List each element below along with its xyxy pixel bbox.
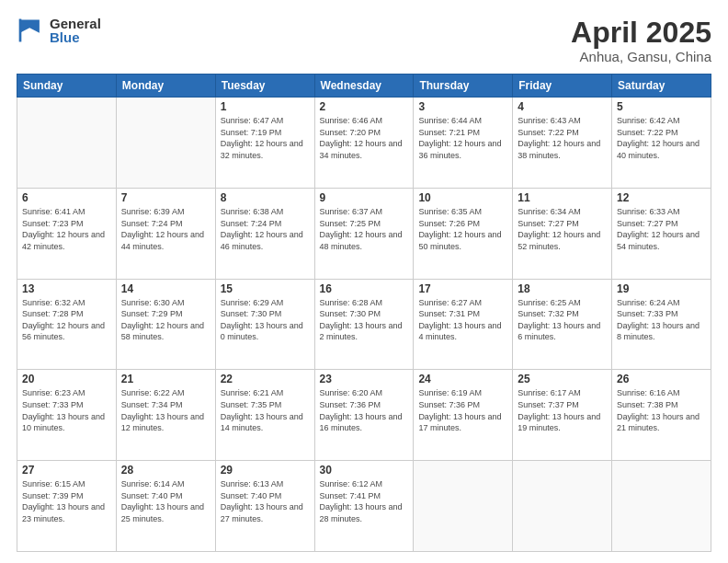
day-number: 12 — [617, 191, 706, 204]
day-info: Sunrise: 6:28 AMSunset: 7:30 PMDaylight:… — [320, 297, 409, 343]
day-info: Sunrise: 6:21 AMSunset: 7:35 PMDaylight:… — [221, 387, 310, 433]
header-friday: Friday — [513, 75, 612, 98]
day-number: 4 — [518, 100, 607, 113]
day-info: Sunrise: 6:29 AMSunset: 7:30 PMDaylight:… — [221, 297, 310, 343]
table-row: 15Sunrise: 6:29 AMSunset: 7:30 PMDayligh… — [215, 279, 314, 370]
day-number: 6 — [22, 191, 111, 204]
day-info: Sunrise: 6:27 AMSunset: 7:31 PMDaylight:… — [418, 297, 507, 343]
day-info: Sunrise: 6:37 AMSunset: 7:25 PMDaylight:… — [320, 206, 409, 252]
day-number: 16 — [320, 282, 409, 295]
day-info: Sunrise: 6:43 AMSunset: 7:22 PMDaylight:… — [518, 115, 607, 161]
table-row: 9Sunrise: 6:37 AMSunset: 7:25 PMDaylight… — [314, 188, 414, 279]
day-number: 1 — [221, 100, 310, 113]
day-number: 27 — [22, 464, 111, 477]
day-info: Sunrise: 6:46 AMSunset: 7:20 PMDaylight:… — [320, 115, 409, 161]
day-number: 9 — [320, 191, 409, 204]
day-number: 20 — [22, 373, 111, 385]
table-row: 4Sunrise: 6:43 AMSunset: 7:22 PMDaylight… — [513, 98, 612, 189]
day-number: 26 — [617, 373, 706, 385]
calendar-header-row: Sunday Monday Tuesday Wednesday Thursday… — [17, 75, 711, 98]
calendar-location: Anhua, Gansu, China — [571, 49, 711, 64]
table-row: 1Sunrise: 6:47 AMSunset: 7:19 PMDaylight… — [215, 98, 314, 189]
table-row: 8Sunrise: 6:38 AMSunset: 7:24 PMDaylight… — [215, 188, 314, 279]
day-number: 19 — [617, 282, 706, 295]
table-row: 20Sunrise: 6:23 AMSunset: 7:33 PMDayligh… — [17, 370, 117, 461]
day-info: Sunrise: 6:33 AMSunset: 7:27 PMDaylight:… — [617, 206, 706, 252]
day-info: Sunrise: 6:39 AMSunset: 7:24 PMDaylight:… — [121, 206, 210, 252]
table-row: 27Sunrise: 6:15 AMSunset: 7:39 PMDayligh… — [17, 461, 117, 552]
day-info: Sunrise: 6:44 AMSunset: 7:21 PMDaylight:… — [418, 115, 507, 161]
day-info: Sunrise: 6:12 AMSunset: 7:41 PMDaylight:… — [320, 478, 409, 524]
table-row: 29Sunrise: 6:13 AMSunset: 7:40 PMDayligh… — [215, 461, 314, 552]
table-row: 22Sunrise: 6:21 AMSunset: 7:35 PMDayligh… — [215, 370, 314, 461]
day-number: 5 — [617, 100, 706, 113]
table-row: 28Sunrise: 6:14 AMSunset: 7:40 PMDayligh… — [116, 461, 215, 552]
logo-general-text: General — [50, 17, 101, 30]
table-row: 10Sunrise: 6:35 AMSunset: 7:26 PMDayligh… — [414, 188, 513, 279]
table-row: 17Sunrise: 6:27 AMSunset: 7:31 PMDayligh… — [414, 279, 513, 370]
header-thursday: Thursday — [414, 75, 513, 98]
day-info: Sunrise: 6:24 AMSunset: 7:33 PMDaylight:… — [617, 297, 706, 343]
table-row — [116, 98, 215, 189]
table-row: 21Sunrise: 6:22 AMSunset: 7:34 PMDayligh… — [116, 370, 215, 461]
table-row: 7Sunrise: 6:39 AMSunset: 7:24 PMDaylight… — [116, 188, 215, 279]
table-row: 25Sunrise: 6:17 AMSunset: 7:37 PMDayligh… — [513, 370, 612, 461]
header-sunday: Sunday — [17, 75, 117, 98]
day-info: Sunrise: 6:20 AMSunset: 7:36 PMDaylight:… — [320, 387, 409, 433]
day-number: 29 — [221, 464, 310, 477]
table-row: 6Sunrise: 6:41 AMSunset: 7:23 PMDaylight… — [17, 188, 117, 279]
day-info: Sunrise: 6:14 AMSunset: 7:40 PMDaylight:… — [121, 478, 210, 524]
table-row: 26Sunrise: 6:16 AMSunset: 7:38 PMDayligh… — [612, 370, 711, 461]
day-info: Sunrise: 6:41 AMSunset: 7:23 PMDaylight:… — [22, 206, 111, 252]
table-row: 14Sunrise: 6:30 AMSunset: 7:29 PMDayligh… — [116, 279, 215, 370]
day-number: 23 — [320, 373, 409, 385]
day-number: 10 — [418, 191, 507, 204]
day-info: Sunrise: 6:16 AMSunset: 7:38 PMDaylight:… — [617, 387, 706, 433]
table-row — [414, 461, 513, 552]
table-row — [612, 461, 711, 552]
header-saturday: Saturday — [612, 75, 711, 98]
day-info: Sunrise: 6:32 AMSunset: 7:28 PMDaylight:… — [22, 297, 111, 343]
table-row: 2Sunrise: 6:46 AMSunset: 7:20 PMDaylight… — [314, 98, 414, 189]
day-info: Sunrise: 6:13 AMSunset: 7:40 PMDaylight:… — [221, 478, 310, 524]
day-number: 7 — [121, 191, 210, 204]
table-row: 5Sunrise: 6:42 AMSunset: 7:22 PMDaylight… — [612, 98, 711, 189]
table-row — [17, 98, 117, 189]
day-number: 25 — [518, 373, 607, 385]
calendar-week-row: 13Sunrise: 6:32 AMSunset: 7:28 PMDayligh… — [17, 279, 711, 370]
day-info: Sunrise: 6:38 AMSunset: 7:24 PMDaylight:… — [221, 206, 310, 252]
logo-blue-text: Blue — [50, 30, 101, 44]
day-number: 2 — [320, 100, 409, 113]
day-number: 30 — [320, 464, 409, 477]
day-info: Sunrise: 6:42 AMSunset: 7:22 PMDaylight:… — [617, 115, 706, 161]
table-row: 16Sunrise: 6:28 AMSunset: 7:30 PMDayligh… — [314, 279, 414, 370]
day-number: 11 — [518, 191, 607, 204]
day-number: 28 — [121, 464, 210, 477]
header-tuesday: Tuesday — [215, 75, 314, 98]
day-info: Sunrise: 6:19 AMSunset: 7:36 PMDaylight:… — [418, 387, 507, 433]
logo-icon — [17, 17, 46, 43]
calendar-table: Sunday Monday Tuesday Wednesday Thursday… — [17, 74, 711, 552]
day-number: 15 — [221, 282, 310, 295]
logo-text: General Blue — [50, 17, 101, 44]
table-row: 24Sunrise: 6:19 AMSunset: 7:36 PMDayligh… — [414, 370, 513, 461]
day-info: Sunrise: 6:47 AMSunset: 7:19 PMDaylight:… — [221, 115, 310, 161]
svg-rect-1 — [19, 19, 22, 42]
day-number: 18 — [518, 282, 607, 295]
table-row: 3Sunrise: 6:44 AMSunset: 7:21 PMDaylight… — [414, 98, 513, 189]
table-row: 11Sunrise: 6:34 AMSunset: 7:27 PMDayligh… — [513, 188, 612, 279]
day-info: Sunrise: 6:30 AMSunset: 7:29 PMDaylight:… — [121, 297, 210, 343]
table-row: 18Sunrise: 6:25 AMSunset: 7:32 PMDayligh… — [513, 279, 612, 370]
table-row: 19Sunrise: 6:24 AMSunset: 7:33 PMDayligh… — [612, 279, 711, 370]
table-row: 23Sunrise: 6:20 AMSunset: 7:36 PMDayligh… — [314, 370, 414, 461]
svg-marker-0 — [20, 19, 40, 32]
header-wednesday: Wednesday — [314, 75, 414, 98]
day-info: Sunrise: 6:22 AMSunset: 7:34 PMDaylight:… — [121, 387, 210, 433]
day-info: Sunrise: 6:35 AMSunset: 7:26 PMDaylight:… — [418, 206, 507, 252]
calendar-week-row: 20Sunrise: 6:23 AMSunset: 7:33 PMDayligh… — [17, 370, 711, 461]
calendar-title: April 2025 — [571, 17, 711, 49]
header-monday: Monday — [116, 75, 215, 98]
header: General Blue April 2025 Anhua, Gansu, Ch… — [17, 17, 711, 64]
calendar-week-row: 1Sunrise: 6:47 AMSunset: 7:19 PMDaylight… — [17, 98, 711, 189]
day-number: 21 — [121, 373, 210, 385]
